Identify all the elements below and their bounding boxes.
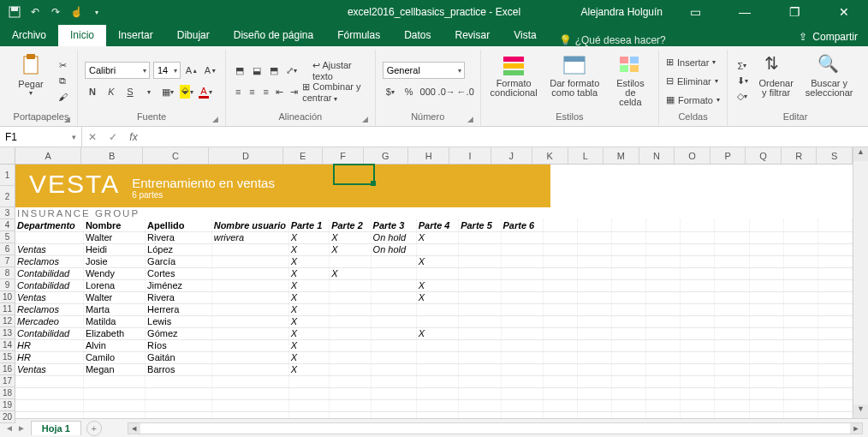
cell[interactable] [749,363,783,375]
tab-datos[interactable]: Datos [392,25,443,46]
cell[interactable]: Gómez [146,327,212,339]
cell[interactable] [416,387,458,399]
cell[interactable] [646,375,681,387]
cell[interactable] [543,303,577,315]
cell[interactable] [749,399,783,411]
cell[interactable]: X [288,279,330,291]
align-top-icon[interactable]: ⬒ [233,63,247,78]
cell[interactable] [646,303,681,315]
cell[interactable]: Gaitán [146,351,212,363]
cell[interactable] [817,303,852,315]
border-icon[interactable]: ▦▾ [160,84,175,99]
cell[interactable]: Jiménez [146,279,212,291]
cell[interactable] [543,375,577,387]
cell[interactable] [371,291,416,303]
sheet-prev-icon[interactable]: ◄ [5,423,14,433]
cell[interactable] [612,363,646,375]
cell[interactable] [459,291,501,303]
cell[interactable] [715,231,749,243]
sheet-tab[interactable]: Hoja 1 [31,421,81,435]
cell[interactable] [501,255,543,267]
cancel-formula-icon[interactable]: ✕ [82,127,103,147]
font-color-icon[interactable]: A▾ [198,84,213,99]
cell[interactable] [715,219,749,231]
cell[interactable]: Camilo [83,351,145,363]
cell[interactable] [646,399,681,411]
cell[interactable] [501,327,543,339]
cell[interactable] [211,363,288,375]
cell[interactable] [146,387,212,399]
cell[interactable] [15,375,83,387]
tab-insertar[interactable]: Insertar [106,25,165,46]
col-header[interactable]: D [209,147,283,165]
row-header[interactable]: 14 [0,339,15,351]
merge-center-button[interactable]: ⊞ Combinar y centrar ▾ [302,81,368,103]
cell[interactable] [749,291,783,303]
wrap-text-button[interactable]: ↩ Ajustar texto [312,60,368,81]
cell[interactable] [543,363,577,375]
cell[interactable]: Heidi [83,243,145,255]
cell[interactable]: Barros [146,363,212,375]
touch-icon[interactable]: ☝ [68,4,84,20]
cell[interactable]: HR [15,351,83,363]
formula-input[interactable] [144,127,868,147]
cell[interactable] [543,255,577,267]
col-header[interactable]: S [817,147,853,165]
cell[interactable]: Departmento [15,219,83,231]
cell[interactable] [543,231,577,243]
minimize-icon[interactable]: — [728,5,762,19]
cell[interactable]: X [288,303,330,315]
align-middle-icon[interactable]: ⬓ [250,63,264,78]
cell[interactable]: Megan [83,363,145,375]
user-name[interactable]: Alejandra Holguín [581,6,663,18]
col-header[interactable]: G [364,147,408,165]
cell[interactable] [211,243,288,255]
cell[interactable] [146,399,212,411]
cell[interactable] [330,291,371,303]
cell[interactable] [543,339,577,351]
orientation-icon[interactable]: ⤢▾ [284,63,298,78]
cell[interactable]: Rivera [146,291,212,303]
cell-styles-button[interactable]: Estilos de celda [609,51,651,111]
cell[interactable] [330,387,371,399]
cell[interactable] [416,267,458,279]
cell[interactable] [817,231,852,243]
find-select-button[interactable]: 🔍Buscar y seleccionar [802,51,856,111]
save-icon[interactable] [7,4,22,20]
cell[interactable] [749,231,783,243]
cell[interactable] [459,387,501,399]
cell[interactable] [211,291,288,303]
cell[interactable] [371,327,416,339]
cell[interactable] [646,291,681,303]
cell[interactable] [715,243,749,255]
cell[interactable] [577,303,611,315]
cell[interactable] [612,219,646,231]
cell[interactable] [371,375,416,387]
cell[interactable] [577,327,611,339]
cell[interactable] [646,351,681,363]
cell[interactable] [715,351,749,363]
insert-cells-button[interactable]: ⊞ Insertar ▾ [666,53,720,72]
restore-icon[interactable]: ❐ [777,5,812,19]
cell[interactable] [211,351,288,363]
cell[interactable] [715,315,749,327]
cell[interactable] [577,375,611,387]
cell[interactable] [612,375,646,387]
cell[interactable]: Reclamos [15,255,83,267]
cell[interactable]: X [288,231,330,243]
cell[interactable]: X [330,267,371,279]
col-header[interactable]: A [15,147,81,165]
tab-vista[interactable]: Vista [502,25,548,46]
cell[interactable] [783,363,817,375]
cell[interactable] [783,243,817,255]
cell[interactable] [612,243,646,255]
cell[interactable]: X [416,327,458,339]
name-box[interactable]: F1 [0,127,82,147]
cell[interactable] [330,411,371,418]
font-name-select[interactable]: Calibri [85,62,150,79]
cell[interactable] [715,363,749,375]
cell[interactable]: Walter [83,231,145,243]
cell[interactable]: López [146,243,212,255]
tab-revisar[interactable]: Revisar [443,25,502,46]
col-header[interactable]: C [143,147,209,165]
